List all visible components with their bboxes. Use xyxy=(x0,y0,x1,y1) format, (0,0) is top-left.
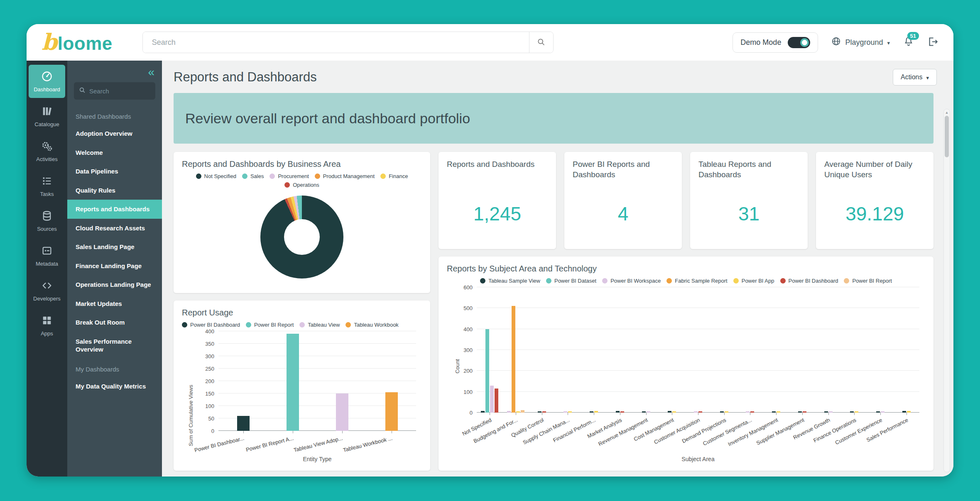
bar-power-bi-app[interactable] xyxy=(568,411,572,413)
bar-power-bi-workspace[interactable] xyxy=(694,411,698,413)
bar-power-bi-app[interactable] xyxy=(725,411,728,413)
bar-tableau-sample-view[interactable] xyxy=(668,411,671,413)
business-area-donut-chart[interactable] xyxy=(260,196,343,279)
bar-power-bi-workspace[interactable] xyxy=(829,411,833,413)
legend-item-tableau-sample-view[interactable]: Tableau Sample View xyxy=(480,278,540,284)
sidebar-item-quality-rules[interactable]: Quality Rules xyxy=(67,181,162,200)
bar-tableau-sample-view[interactable] xyxy=(824,411,828,413)
kpi-card-reports-and-dashboards[interactable]: Reports and Dashboards1,245 xyxy=(439,152,556,249)
bar-power-bi-report[interactable] xyxy=(287,334,299,431)
rail-item-activities[interactable]: Activities xyxy=(29,134,65,168)
sidebar-item-data-pipelines[interactable]: Data Pipelines xyxy=(67,162,162,181)
sidebar-item-reports-and-dashboards[interactable]: Reports and Dashboards xyxy=(67,200,162,219)
actions-button[interactable]: Actions ▾ xyxy=(893,69,937,86)
legend-item-product-management[interactable]: Product Management xyxy=(315,173,375,179)
logout-button[interactable] xyxy=(927,36,938,49)
rail-item-metadata[interactable]: Metadata xyxy=(29,239,65,272)
sidebar-item-finance-landing-page[interactable]: Finance Landing Page xyxy=(67,257,162,276)
rail-item-tasks[interactable]: Tasks xyxy=(29,169,65,203)
search-button[interactable] xyxy=(529,32,553,53)
legend-item-not-specified[interactable]: Not Specified xyxy=(196,173,236,179)
bar-tableau-workbook[interactable] xyxy=(385,392,398,431)
legend-item-fabric-sample-report[interactable]: Fabric Sample Report xyxy=(666,278,727,284)
bar-power-bi-dashboard[interactable] xyxy=(620,411,624,413)
legend-item-power-bi-report[interactable]: Power BI Report xyxy=(844,278,892,284)
legend-item-power-bi-report[interactable]: Power BI Report xyxy=(246,322,294,328)
bar-power-bi-workspace[interactable] xyxy=(647,411,650,413)
kpi-card-tableau-reports-and-dashboards[interactable]: Tableau Reports and Dashboards31 xyxy=(690,152,808,249)
bar-power-bi-app[interactable] xyxy=(907,411,911,413)
bar-tableau-sample-view[interactable] xyxy=(902,411,906,413)
bar-power-bi-dashboard[interactable] xyxy=(750,411,754,413)
bar-tableau-sample-view[interactable] xyxy=(590,411,593,413)
legend-item-sales[interactable]: Sales xyxy=(242,173,264,179)
plot-area[interactable]: 0100200300400500600Not SpecifiedBudgetin… xyxy=(477,287,919,413)
bar-power-bi-workspace[interactable] xyxy=(564,411,567,413)
main-scrollbar[interactable]: ▲ xyxy=(943,109,950,472)
bar-power-bi-dashboard[interactable] xyxy=(698,411,702,413)
bar-power-bi-app[interactable] xyxy=(777,411,780,413)
loome-logo[interactable]: b loome xyxy=(42,31,113,54)
sidebar-search-input[interactable] xyxy=(89,88,172,95)
bar-power-bi-dashboard[interactable] xyxy=(803,411,806,413)
playground-dropdown[interactable]: Playground ▾ xyxy=(831,37,890,48)
rail-item-developers[interactable]: Developers xyxy=(29,274,65,307)
bar-tableau-sample-view[interactable] xyxy=(850,411,854,413)
sidebar-item-sales-performance-overview[interactable]: Sales Performance Overview xyxy=(67,332,162,359)
sidebar-item-adoption-overview[interactable]: Adoption Overview xyxy=(67,124,162,143)
notifications-button[interactable]: 51 xyxy=(903,36,914,49)
subject-area-chart[interactable]: Count0100200300400500600Not SpecifiedBud… xyxy=(447,284,925,463)
bar-power-bi-workspace[interactable] xyxy=(507,411,511,413)
report-usage-chart[interactable]: Sum of Cumulative Views05010015020025030… xyxy=(182,328,422,463)
demo-mode-toggle[interactable] xyxy=(788,37,810,48)
bar-power-bi-dashboard[interactable] xyxy=(495,389,498,413)
bar-tableau-sample-view[interactable] xyxy=(481,411,485,413)
rail-item-dashboard[interactable]: Dashboard xyxy=(29,65,65,98)
global-search-input[interactable] xyxy=(143,32,529,53)
legend-item-tableau-view[interactable]: Tableau View xyxy=(299,322,340,328)
bar-power-bi-app[interactable] xyxy=(672,411,676,413)
sidebar-item-market-updates[interactable]: Market Updates xyxy=(67,294,162,313)
bar-tableau-view[interactable] xyxy=(336,393,348,431)
bar-tableau-sample-view[interactable] xyxy=(538,411,541,413)
bar-power-bi-dashboard[interactable] xyxy=(237,416,250,431)
legend-item-power-bi-app[interactable]: Power BI App xyxy=(733,278,774,284)
legend-item-tableau-workbook[interactable]: Tableau Workbook xyxy=(345,322,398,328)
rail-item-sources[interactable]: Sources xyxy=(29,204,65,237)
legend-item-power-bi-workspace[interactable]: Power BI Workspace xyxy=(602,278,661,284)
bar-tableau-sample-view[interactable] xyxy=(642,411,646,413)
bar-power-bi-app[interactable] xyxy=(855,411,858,413)
bar-tableau-sample-view[interactable] xyxy=(720,411,724,413)
bar-power-bi-app[interactable] xyxy=(516,411,520,413)
scrollbar-thumb[interactable] xyxy=(945,116,949,157)
legend-item-operations[interactable]: Operations xyxy=(284,182,319,188)
rail-item-apps[interactable]: Apps xyxy=(29,309,65,342)
legend-item-power-bi-dataset[interactable]: Power BI Dataset xyxy=(546,278,596,284)
bar-tableau-sample-view[interactable] xyxy=(798,411,802,413)
sidebar-item-cloud-research-assets[interactable]: Cloud Research Assets xyxy=(67,219,162,238)
collapse-sidebar-button[interactable]: « xyxy=(140,63,162,79)
bar-fabric-sample-report[interactable] xyxy=(512,306,515,413)
bar-power-bi-app[interactable] xyxy=(594,411,598,413)
bar-power-bi-dashboard[interactable] xyxy=(542,411,546,413)
bar-tableau-sample-view[interactable] xyxy=(616,411,620,413)
kpi-card-power-bi-reports-and-dashboards[interactable]: Power BI Reports and Dashboards4 xyxy=(564,152,682,249)
sidebar-item-operations-landing-page[interactable]: Operations Landing Page xyxy=(67,275,162,294)
legend-item-finance[interactable]: Finance xyxy=(380,173,408,179)
sidebar-item-sales-landing-page[interactable]: Sales Landing Page xyxy=(67,237,162,257)
bar-power-bi-dataset[interactable] xyxy=(485,329,489,413)
bar-power-bi-report[interactable] xyxy=(521,410,524,413)
sidebar-item-welcome[interactable]: Welcome xyxy=(67,143,162,162)
bar-power-bi-workspace[interactable] xyxy=(490,386,494,413)
plot-area[interactable]: 050100150200250300350400Power BI Dashboa… xyxy=(218,331,416,431)
bar-power-bi-workspace[interactable] xyxy=(881,411,884,413)
bar-tableau-sample-view[interactable] xyxy=(876,411,880,413)
scroll-up-arrow-icon[interactable]: ▲ xyxy=(944,109,950,115)
sidebar-item-break-out-room[interactable]: Break Out Room xyxy=(67,313,162,332)
legend-item-power-bi-dashboard[interactable]: Power BI Dashboard xyxy=(780,278,838,284)
sidebar-item-my-data-quality-metrics[interactable]: My Data Quality Metrics xyxy=(67,377,162,396)
legend-item-procurement[interactable]: Procurement xyxy=(270,173,309,179)
kpi-card-average-number-of-daily-unique-users[interactable]: Average Number of Daily Unique Users39.1… xyxy=(816,152,933,249)
bar-power-bi-workspace[interactable] xyxy=(746,411,750,413)
bar-tableau-sample-view[interactable] xyxy=(772,411,776,413)
